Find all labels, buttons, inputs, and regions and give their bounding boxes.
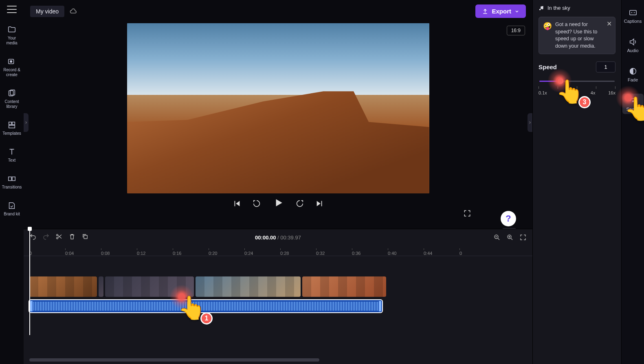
audio-name-text: In the sky [547,5,570,11]
sidebar-item-label: Transitions [2,185,22,190]
skip-forward-button[interactable] [295,199,304,208]
tool-captions[interactable]: Captions [622,6,644,26]
library-icon [7,89,16,98]
video-preview[interactable] [127,23,429,193]
chevron-down-icon [514,9,519,14]
svg-point-1 [10,61,12,63]
zoom-in-button[interactable] [506,234,514,241]
fullscreen-button[interactable] [463,209,471,219]
next-frame-button[interactable] [315,199,324,208]
ruler-tick: 0:08 [101,251,110,256]
audio-clip-handle-right[interactable] [379,301,381,311]
speed-label: Speed [538,64,557,70]
video-clip[interactable] [302,276,386,297]
zoom-fit-button[interactable] [519,234,527,241]
zoom-controls [493,234,527,241]
slider-dots [538,86,615,89]
undo-button[interactable] [29,233,37,242]
top-bar: My video Export [24,0,532,22]
tool-label: Speed [626,107,640,112]
delete-button[interactable] [68,233,76,242]
tool-fade[interactable]: Fade [622,64,644,85]
audio-icon [629,37,637,46]
right-tool-strip: Captions Audio Fade Speed 👆 2 [621,0,644,364]
sidebar-item-your-media[interactable]: Your media [1,24,23,47]
sidebar-item-text[interactable]: Text [1,146,23,164]
brand-icon [7,201,16,210]
right-properties-panel: In the sky 🤪 Got a need for speed? Use t… [532,0,621,364]
transitions-icon [7,174,16,183]
duplicate-button[interactable] [81,233,89,242]
tooltip-close-button[interactable]: ✕ [607,20,612,29]
playhead[interactable] [29,229,30,335]
tool-audio[interactable]: Audio [622,35,644,55]
redo-button[interactable] [42,233,50,242]
preview-area: 16:9 ? [24,22,532,229]
video-clip[interactable] [29,276,97,297]
sidebar-item-brand[interactable]: Brand kit [1,200,23,218]
audio-clip[interactable] [29,300,382,312]
video-track[interactable] [29,276,527,297]
ruler-tick: 0:20 [209,251,217,256]
sidebar-item-library[interactable]: Content library [1,87,23,111]
svg-rect-5 [12,122,15,125]
timeline-scrollbar[interactable] [29,358,319,362]
ruler-tick: 0:24 [244,251,253,256]
sidebar-item-transitions[interactable]: Transitions [1,173,23,191]
cloud-sync-icon[interactable] [69,7,77,15]
templates-icon [7,121,16,129]
expand-left-handle[interactable] [24,113,29,132]
sidebar-item-templates[interactable]: Templates [1,119,23,138]
ruler-tick: 0:44 [424,251,432,256]
hamburger-menu-icon[interactable] [7,6,17,13]
slider-tick-label: 2x [573,90,578,95]
zoom-out-button[interactable] [493,234,501,241]
svg-rect-6 [9,125,15,128]
current-time: 00:00.00 [255,235,276,241]
tool-label: Fade [628,77,638,82]
video-clip[interactable] [105,276,194,297]
svg-rect-8 [12,177,15,180]
skip-back-button[interactable] [253,199,262,208]
svg-rect-14 [629,11,636,15]
video-clip[interactable] [196,276,301,297]
sidebar-item-label: Templates [2,131,21,136]
prev-frame-button[interactable] [232,199,241,208]
slider-thumb[interactable] [558,78,563,84]
left-sidebar: Your media Record & create Content libra… [0,0,24,364]
record-icon [7,57,16,66]
sidebar-item-label: Record & create [2,68,22,77]
ruler-tick: 0:32 [316,251,325,256]
slider-tick-label: 16x [608,90,615,95]
tooltip-emoji: 🤪 [543,21,552,31]
slider-tick-label: 0.1x [538,90,547,95]
svg-point-16 [632,101,633,102]
split-button[interactable] [55,233,63,242]
time-ruler[interactable]: 00:040:080:120:160:200:240:280:320:360:4… [24,246,532,256]
timeline-time-display: 00:00.00 / 00:39.97 [255,235,301,241]
aspect-ratio-button[interactable]: 16:9 [507,26,525,35]
play-button[interactable] [273,197,284,208]
video-clip[interactable] [99,276,103,297]
speed-tooltip: 🤪 Got a need for speed? Use this to spee… [538,17,615,54]
captions-icon [629,8,637,17]
export-button[interactable]: Export [475,4,526,18]
tooltip-text: Got a need for speed? Use this to speed … [555,21,602,50]
sidebar-item-label: Text [8,158,15,163]
slider-tick-label: 4x [591,90,596,95]
text-icon [7,147,16,156]
tool-label: Captions [624,19,642,24]
sidebar-item-record[interactable]: Record & create [1,55,23,79]
speed-value-input[interactable] [596,61,615,72]
speed-slider[interactable]: 0.1x2x4x16x 👆 3 [538,77,615,96]
slider-track [539,81,615,82]
expand-right-handle[interactable] [528,113,532,132]
tracks-area: 👆 1 [24,256,532,364]
svg-rect-7 [9,177,11,180]
music-note-icon [538,5,544,11]
project-title[interactable]: My video [30,6,64,17]
tool-speed[interactable]: Speed 👆 2 [622,94,644,114]
speed-icon [629,96,637,105]
help-button[interactable]: ? [501,211,516,226]
audio-clip-handle-left[interactable] [30,301,33,311]
